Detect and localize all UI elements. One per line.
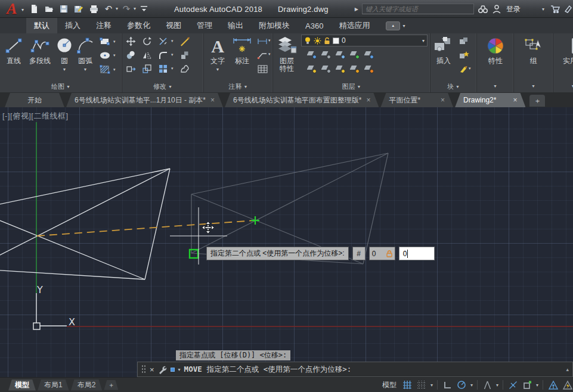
ribbon-tab-featured-apps[interactable]: 精选应用 bbox=[331, 18, 377, 33]
explode-tool-button[interactable] bbox=[178, 49, 190, 61]
layer-on-all-button[interactable] bbox=[334, 63, 346, 74]
app-menu-caret-icon[interactable]: ▾ bbox=[21, 7, 24, 13]
group-button[interactable]: 组 bbox=[522, 35, 546, 65]
ellipse-dropdown-icon[interactable]: ▾ bbox=[113, 53, 116, 58]
panel-label-block[interactable]: 块 ▼ bbox=[430, 82, 476, 92]
ellipse-tool-button[interactable] bbox=[99, 49, 111, 61]
save-button[interactable] bbox=[57, 2, 70, 15]
ribbon-tab-annotate[interactable]: 注释 bbox=[88, 18, 119, 33]
stretch-tool-button[interactable] bbox=[125, 63, 137, 74]
ribbon-tab-home[interactable]: 默认 bbox=[26, 18, 57, 33]
trim-dropdown-icon[interactable]: ▾ bbox=[171, 39, 174, 43]
text-tool-button[interactable]: A 文字 ▼ bbox=[206, 35, 229, 73]
close-icon[interactable]: × bbox=[210, 96, 215, 104]
object-snap-tracking-toggle[interactable] bbox=[507, 379, 519, 391]
new-drawing-tab-button[interactable]: ＋ bbox=[529, 95, 545, 107]
ribbon-collapse-button[interactable]: ▴ bbox=[386, 21, 400, 30]
qat-customize-button[interactable] bbox=[138, 2, 151, 15]
user-icon[interactable] bbox=[492, 4, 501, 14]
define-attribute-button[interactable] bbox=[458, 63, 470, 74]
undo-dropdown-caret-icon[interactable]: ▾ bbox=[116, 6, 118, 11]
app-logo-icon[interactable]: A bbox=[2, 0, 22, 17]
polyline-tool-button[interactable]: 多段线 bbox=[25, 35, 55, 65]
file-tab-start[interactable]: 开始 bbox=[5, 93, 64, 107]
command-line[interactable]: × ▾ MOVE 指定第二个点或 <使用第一个点作为位移>: ▴ bbox=[137, 362, 573, 377]
array-dropdown-icon[interactable]: ▾ bbox=[171, 66, 174, 71]
annotation-visibility-toggle[interactable] bbox=[547, 379, 559, 391]
fillet-dropdown-icon[interactable]: ▾ bbox=[171, 52, 174, 57]
fillet-tool-button[interactable] bbox=[157, 49, 169, 61]
line-tool-button[interactable]: 直线 bbox=[2, 35, 25, 65]
isodraft-caret-icon[interactable]: ▾ bbox=[496, 382, 498, 388]
close-icon[interactable]: × bbox=[366, 96, 370, 104]
layer-dropdown-caret-icon[interactable]: ▾ bbox=[422, 38, 425, 43]
customize-wrench-icon[interactable] bbox=[158, 365, 167, 374]
file-tab-3[interactable]: 平面位置* × bbox=[380, 93, 453, 107]
insert-block-button[interactable]: 插入 bbox=[432, 35, 456, 65]
linear-dim-dropdown-icon[interactable]: ▾ bbox=[268, 38, 271, 43]
layer-lock-button[interactable] bbox=[348, 49, 360, 60]
help-search-input[interactable] bbox=[362, 4, 474, 14]
command-line-close-icon[interactable]: × bbox=[150, 365, 154, 374]
copy-tool-button[interactable] bbox=[125, 49, 137, 61]
create-block-button[interactable] bbox=[458, 49, 470, 61]
search-binoculars-icon[interactable] bbox=[478, 4, 488, 14]
close-icon[interactable]: × bbox=[441, 96, 445, 104]
dynamic-input-value-field[interactable]: 0 bbox=[399, 247, 435, 260]
panel-label-properties[interactable]: ▼ bbox=[477, 82, 513, 92]
annotation-autoscale-toggle[interactable] bbox=[562, 379, 573, 391]
open-file-button[interactable] bbox=[42, 2, 55, 15]
layer-current-button[interactable] bbox=[320, 63, 332, 74]
isodraft-toggle[interactable] bbox=[482, 379, 493, 391]
plot-button[interactable] bbox=[87, 2, 100, 15]
panel-label-utilities[interactable]: ▼ bbox=[553, 82, 573, 92]
redo-button[interactable]: ↷ bbox=[120, 2, 133, 15]
ribbon-tab-a360[interactable]: A360 bbox=[298, 18, 331, 33]
layer-properties-button[interactable]: 图层 特性 bbox=[274, 35, 299, 73]
text-dropdown-icon[interactable]: ▼ bbox=[216, 66, 220, 73]
edit-block-button[interactable] bbox=[458, 36, 470, 47]
table-button[interactable] bbox=[256, 63, 268, 74]
file-tab-drawing2[interactable]: Drawing2* × bbox=[455, 93, 525, 107]
panel-label-modify[interactable]: 修改 ▼ bbox=[122, 82, 203, 92]
layout-tab-model[interactable]: 模型 bbox=[8, 379, 36, 391]
array-tool-button[interactable] bbox=[157, 63, 169, 74]
ribbon-tab-output[interactable]: 输出 bbox=[220, 18, 251, 33]
redo-dropdown-caret-icon[interactable]: ▾ bbox=[134, 6, 136, 11]
command-line-drag-grip[interactable] bbox=[141, 365, 146, 374]
dynamic-input-relative-symbol[interactable]: # bbox=[352, 247, 366, 260]
layer-freeze-button[interactable] bbox=[334, 49, 346, 60]
circle-dropdown-icon[interactable]: ▼ bbox=[63, 66, 67, 73]
panel-label-draw[interactable]: 绘图 ▼ bbox=[0, 82, 122, 92]
layer-state-button[interactable] bbox=[363, 63, 374, 74]
snap-settings-caret-icon[interactable]: ▾ bbox=[430, 382, 433, 388]
rectangle-tool-button[interactable] bbox=[99, 36, 111, 47]
arc-dropdown-icon[interactable]: ▼ bbox=[83, 66, 88, 73]
mirror-tool-button[interactable] bbox=[141, 49, 153, 61]
hatch-dropdown-icon[interactable]: ▾ bbox=[113, 67, 116, 72]
recent-commands-caret-icon[interactable]: ▾ bbox=[178, 367, 181, 372]
hatch-tool-button[interactable] bbox=[99, 64, 111, 75]
offset-tool-button[interactable] bbox=[178, 63, 190, 74]
polar-settings-caret-icon[interactable]: ▾ bbox=[470, 382, 473, 388]
ribbon-tab-view[interactable]: 视图 bbox=[158, 18, 189, 33]
linear-dim-button[interactable] bbox=[256, 36, 268, 47]
arc-tool-button[interactable]: 圆弧 ▼ bbox=[74, 35, 97, 73]
autodesk-account-icon[interactable] bbox=[565, 4, 572, 14]
leader-button[interactable] bbox=[256, 49, 268, 61]
scale-tool-button[interactable] bbox=[141, 63, 153, 74]
undo-button[interactable]: ↶ bbox=[102, 2, 115, 15]
object-snap-toggle[interactable] bbox=[522, 379, 533, 391]
panel-label-layers[interactable]: 图层 ▼ bbox=[273, 82, 430, 92]
command-history-caret-icon[interactable]: ▴ bbox=[566, 366, 569, 372]
search-expand-icon[interactable]: ▶ bbox=[355, 7, 358, 12]
file-tab-1[interactable]: 6号线机场站实训基地平...1月10日 - 副本* × bbox=[66, 93, 223, 107]
polar-tracking-toggle[interactable] bbox=[456, 379, 467, 391]
new-file-button[interactable] bbox=[27, 2, 41, 15]
layer-unlock-button[interactable] bbox=[348, 63, 360, 74]
trim-tool-button[interactable] bbox=[157, 36, 169, 47]
layer-match-button[interactable] bbox=[363, 49, 374, 60]
object-snap-caret-icon[interactable]: ▾ bbox=[536, 382, 538, 388]
ribbon-collapse-caret-icon[interactable]: ▾ bbox=[402, 23, 405, 29]
grid-display-toggle[interactable] bbox=[416, 379, 428, 391]
